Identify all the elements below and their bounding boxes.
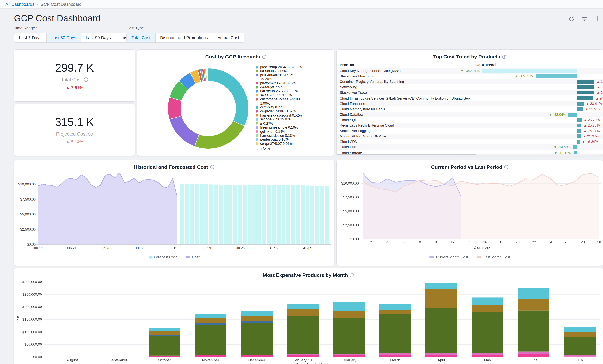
forecast-bar[interactable] (243, 185, 247, 244)
stack-segment-series-cyan-november[interactable] (195, 314, 226, 318)
filter-icon[interactable] (581, 15, 588, 22)
column-header-product[interactable]: Product (340, 63, 354, 67)
stack-segment-series-brown-october[interactable] (149, 331, 180, 335)
cost-type-option-actual-cost[interactable]: Actual Cost (212, 33, 244, 42)
stack-segment-series-brown-february[interactable] (333, 310, 365, 318)
donut-slice-ce-qa-274307[interactable] (208, 68, 208, 81)
stack-segment-series-magenta-december[interactable] (241, 355, 273, 357)
legend-page-down-icon[interactable]: ▼ (267, 147, 271, 151)
trend-bar[interactable] (577, 102, 584, 106)
table-row-8[interactable]: Cloud Memorystore for Redis▲ 33.51% (336, 106, 603, 112)
trend-bar[interactable] (577, 80, 594, 84)
trend-bar[interactable] (577, 129, 581, 133)
legend-item-golink-url[interactable]: golink-url 0.14% (255, 130, 333, 133)
table-row-1[interactable]: Cloud Key Management Service (KMS)▼ -342… (336, 68, 603, 74)
stack-segment-series-olive-july[interactable] (564, 337, 596, 355)
donut-slice-qa-setup[interactable] (195, 121, 244, 149)
stack-segment-series-brown-december[interactable] (241, 316, 273, 321)
forecast-bar[interactable] (286, 185, 290, 244)
forecast-bar[interactable] (185, 184, 189, 244)
cost-area[interactable] (38, 173, 177, 244)
stack-segment-series-cyan-october[interactable] (149, 328, 180, 331)
time-range-option-last-7-days[interactable]: Last 7 Days (14, 33, 46, 42)
legend-item-qa-target[interactable]: qa-target 7.57% (255, 85, 333, 89)
forecast-bar[interactable] (301, 186, 305, 244)
table-row-13[interactable]: MongoDB Inc. MongoDB Atlas▲ 21.37% (336, 133, 603, 139)
donut-slice-platform-205701[interactable] (168, 97, 182, 119)
trend-bar[interactable] (577, 118, 581, 122)
cost-type-option-total-cost[interactable]: Total Cost (127, 33, 155, 42)
legend-page-up-icon[interactable]: ▲ (255, 147, 259, 151)
legend-item-pr10406a87045145c3[interactable]: pr10406a87045145c315.20% (255, 73, 333, 81)
forecast-bar[interactable] (277, 185, 281, 244)
donut-slice-prod-setup-205416[interactable] (208, 68, 249, 126)
trend-bar[interactable] (482, 69, 577, 73)
legend-item-customer-success-244100[interactable]: customer-success-2441001.00% (255, 97, 333, 106)
legend-item-pentest-uat[interactable]: pentest-uat 0.10% (255, 138, 333, 142)
table-row-4[interactable]: Networking▲ 100.00% (336, 85, 603, 90)
column-header-cost-trend[interactable]: Cost Trend (475, 63, 496, 67)
forecast-bar[interactable] (257, 185, 261, 244)
stack-segment-series-olive-october[interactable] (149, 336, 180, 356)
stack-segment-series-cyan-march[interactable] (379, 304, 411, 310)
trend-bar[interactable] (577, 96, 593, 100)
table-row-7[interactable]: Cloud Functions▲ 38.41% (336, 101, 603, 106)
stack-segment-series-orchid-june[interactable] (518, 352, 549, 354)
stack-segment-series-brown-march[interactable] (379, 310, 411, 314)
legend-item-platform-205701[interactable]: platform-205701 8.82% (255, 81, 333, 85)
legend-item-ccm-play[interactable]: ccm-play 0.77% (255, 105, 333, 109)
stack-segment-series-steel-blue-december[interactable] (241, 321, 273, 323)
table-row-9[interactable]: Cloud Dataflow▼ -32.06% (336, 112, 603, 117)
legend-item-cost[interactable]: Cost (185, 255, 199, 259)
stack-segment-series-magenta-october[interactable] (149, 356, 180, 357)
forecast-bar[interactable] (320, 186, 324, 244)
table-horizontal-scrollbar[interactable] (336, 154, 603, 156)
forecast-bar[interactable] (209, 184, 213, 244)
forecast-bar[interactable] (272, 185, 276, 244)
trend-bar[interactable] (577, 85, 594, 89)
table-row-15[interactable]: Cloud DNS▼ -14.53% (336, 145, 603, 150)
stack-segment-series-magenta-march[interactable] (379, 354, 411, 357)
table-row-6[interactable]: Cloud Infrastructure Services GitLab Ser… (336, 95, 603, 101)
stack-segment-series-olive-may[interactable] (472, 312, 503, 353)
stack-segment-series-magenta-november[interactable] (195, 355, 226, 357)
stack-segment-series-brown-july[interactable] (564, 332, 596, 337)
forecast-bar[interactable] (296, 186, 300, 244)
stack-segment-series-orchid-february[interactable] (333, 354, 365, 355)
forecast-bar[interactable] (315, 186, 319, 244)
forecast-bar[interactable] (291, 186, 295, 244)
trend-bar[interactable] (536, 74, 577, 78)
stack-segment-series-olive-january--21[interactable] (287, 316, 319, 353)
forecast-bar[interactable] (228, 185, 232, 244)
table-row-5[interactable]: Stackdriver Trace▲ 100.00% (336, 90, 603, 95)
forecast-bar[interactable] (199, 184, 204, 244)
stack-segment-series-brown-april[interactable] (425, 289, 457, 308)
stack-segment-series-brown-june[interactable] (518, 299, 549, 310)
stack-segment-series-orchid-july[interactable] (564, 355, 596, 356)
refresh-icon[interactable] (568, 15, 575, 22)
legend-item-current-month-cost[interactable]: Current Month Cost (429, 255, 468, 259)
stack-segment-series-brown-november[interactable] (195, 318, 226, 323)
table-row-12[interactable]: Stackdriver Logging▲ 25.27% (336, 128, 603, 133)
forecast-bar[interactable] (267, 185, 271, 244)
stack-segment-series-orchid-january--21[interactable] (287, 353, 319, 354)
time-range-option-last-30-days[interactable]: Last 30 Days (46, 33, 81, 42)
forecast-bar[interactable] (214, 185, 218, 244)
forecast-bar[interactable] (195, 184, 199, 244)
legend-item-ce-prod-274307[interactable]: ce-prod-274307 0.67% (255, 109, 333, 113)
stack-segment-series-orchid-may[interactable] (472, 353, 503, 355)
info-icon[interactable]: i (89, 132, 93, 136)
forecast-bar[interactable] (190, 184, 194, 244)
stack-segment-series-cyan-may[interactable] (472, 298, 503, 305)
legend-item-harness-playground[interactable]: harness-playground 0.52% (255, 113, 333, 118)
forecast-bar[interactable] (306, 186, 310, 244)
legend-item-qa-setup[interactable]: qa-setup 23.17% (255, 69, 333, 73)
forecast-bar[interactable] (180, 184, 184, 244)
legend-item-last-month-cost[interactable]: Last Month Cost (477, 255, 510, 259)
stack-segment-series-magenta-june[interactable] (518, 354, 549, 357)
trend-bar[interactable] (577, 140, 580, 144)
stack-segment-series-olive-june[interactable] (518, 310, 549, 352)
legend-item-sales-209522[interactable]: sales-209522 3.11% (255, 93, 333, 97)
legend-item-ce-qa-274307[interactable]: ce-qa-274307 0.06% (255, 142, 333, 146)
forecast-bar[interactable] (224, 185, 228, 244)
